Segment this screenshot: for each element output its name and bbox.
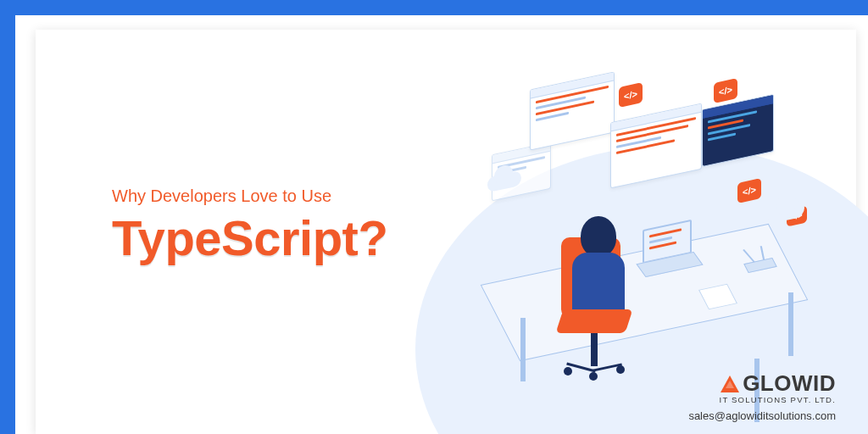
- code-badge-icon: </>: [737, 178, 761, 203]
- hero-title: TypeScript?: [112, 209, 387, 266]
- laptop: [643, 225, 700, 274]
- chair-pole: [591, 331, 598, 366]
- code-window-1: [530, 71, 615, 150]
- logo-triangle-icon: [721, 376, 739, 392]
- developer-illustration: </> </> </> </>: [449, 72, 805, 394]
- content-card: Why Developers Love to Use TypeScript?: [36, 30, 856, 434]
- logo-tagline: IT SOLUTIONS PVT. LTD.: [688, 395, 836, 404]
- company-logo: GLOWID: [688, 370, 836, 397]
- hero-text: Why Developers Love to Use TypeScript?: [112, 186, 387, 266]
- desk-leg: [520, 318, 526, 381]
- chair-base: [564, 362, 625, 377]
- code-window-dark: [702, 94, 774, 167]
- hero-subtitle: Why Developers Love to Use: [112, 186, 387, 206]
- logo-name: GLOWID: [743, 370, 836, 397]
- code-badge-icon: </>: [619, 82, 643, 108]
- branding-block: GLOWID IT SOLUTIONS PVT. LTD. sales@aglo…: [688, 370, 836, 422]
- contact-email: sales@aglowiditsolutions.com: [688, 409, 836, 422]
- developer-person: [581, 216, 633, 323]
- code-window-2: [610, 103, 702, 189]
- code-badge-icon: </>: [714, 78, 737, 103]
- desk-leg: [788, 292, 793, 356]
- chair-seat: [555, 309, 632, 333]
